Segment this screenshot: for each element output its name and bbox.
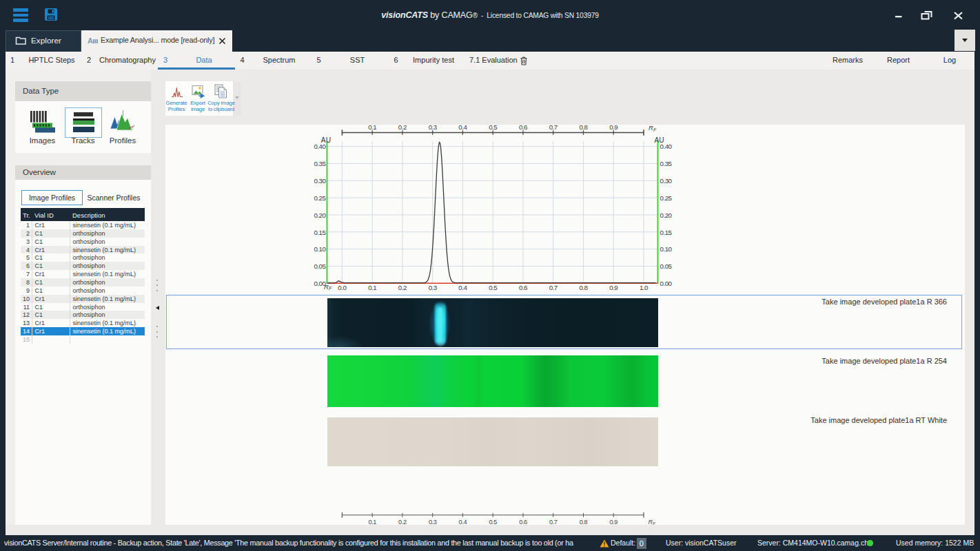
svg-text:0.1: 0.1: [368, 519, 376, 525]
svg-text:0.3: 0.3: [429, 284, 438, 291]
svg-text:0.00: 0.00: [660, 280, 673, 287]
svg-text:0.20: 0.20: [314, 211, 326, 219]
svg-text:AU: AU: [655, 136, 664, 144]
svg-text:0.6: 0.6: [519, 519, 527, 525]
svg-text:0.20: 0.20: [660, 211, 673, 219]
svg-text:0.8: 0.8: [579, 125, 588, 131]
svg-text:0.25: 0.25: [314, 194, 326, 202]
svg-text:A: A: [88, 37, 93, 45]
svg-text:0.5: 0.5: [489, 284, 498, 291]
svg-text:0.4: 0.4: [458, 125, 467, 131]
svg-text:0.05: 0.05: [314, 262, 326, 270]
svg-text:0.6: 0.6: [519, 284, 528, 291]
svg-text:0.15: 0.15: [314, 229, 326, 236]
svg-text:0.6: 0.6: [519, 125, 528, 131]
svg-text:0.5: 0.5: [489, 519, 497, 525]
svg-text:0.2: 0.2: [398, 125, 407, 131]
svg-text:0.35: 0.35: [314, 160, 326, 167]
svg-text:RF: RF: [324, 283, 332, 291]
svg-text:0.35: 0.35: [660, 160, 673, 167]
svg-text:0.3: 0.3: [429, 519, 437, 525]
svg-text:0.9: 0.9: [609, 284, 617, 291]
svg-text:0.5: 0.5: [489, 125, 498, 131]
svg-text:0.30: 0.30: [660, 177, 673, 185]
svg-text:0.8: 0.8: [580, 519, 588, 525]
svg-text:0.15: 0.15: [660, 229, 673, 236]
svg-text:RF: RF: [649, 125, 657, 132]
svg-text:0.10: 0.10: [660, 245, 673, 253]
svg-text:0.1: 0.1: [368, 125, 376, 131]
svg-text:0.1: 0.1: [368, 284, 376, 291]
svg-text:RF: RF: [649, 519, 657, 525]
svg-text:0.3: 0.3: [429, 125, 438, 131]
svg-text:0.25: 0.25: [660, 194, 673, 202]
svg-text:0.2: 0.2: [398, 284, 407, 291]
svg-text:0.7: 0.7: [549, 519, 558, 525]
svg-text:AU: AU: [321, 136, 331, 144]
svg-text:0.7: 0.7: [549, 125, 558, 131]
svg-text:0.40: 0.40: [660, 143, 673, 150]
svg-text:0.7: 0.7: [549, 284, 558, 291]
svg-text:1.0: 1.0: [640, 284, 649, 291]
svg-text:0.8: 0.8: [579, 284, 588, 291]
svg-text:0.4: 0.4: [458, 284, 467, 291]
svg-text:0.30: 0.30: [314, 177, 326, 185]
svg-text:0.10: 0.10: [314, 245, 326, 253]
svg-text:0.05: 0.05: [660, 262, 673, 270]
svg-text:0.4: 0.4: [459, 519, 467, 525]
svg-text:0.40: 0.40: [314, 143, 326, 150]
svg-text:0.9: 0.9: [609, 519, 617, 525]
svg-text:0.2: 0.2: [398, 519, 407, 525]
svg-text:0.9: 0.9: [609, 125, 617, 131]
svg-text:0.0: 0.0: [338, 284, 347, 291]
